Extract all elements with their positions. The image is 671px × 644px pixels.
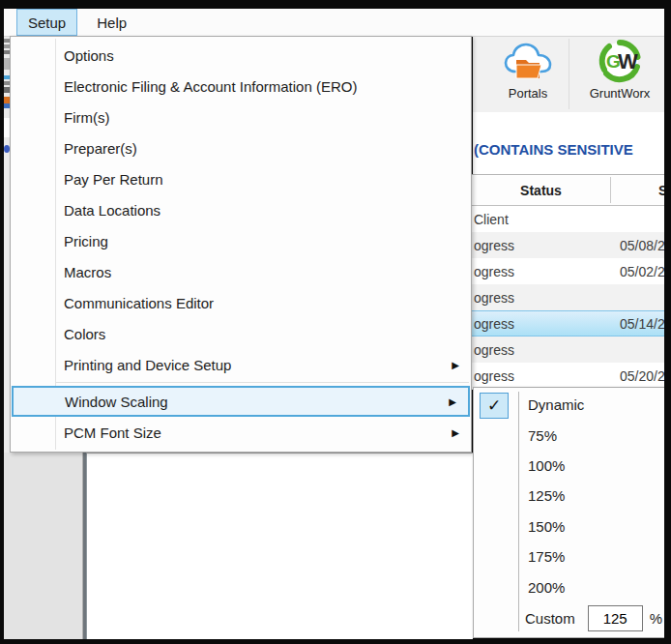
menu-item-colors[interactable]: Colors [11,318,471,349]
table-row[interactable]: ogress05/08/2 [472,232,664,258]
submenu-item-150[interactable]: 150% [474,512,665,542]
table-row[interactable]: ogress05/14/2 [472,310,664,337]
row-status-cell: ogress [472,342,514,358]
menu-item-pcm-font-size[interactable]: PCM Font Size▶ [11,417,471,448]
menu-item-label: Macros [64,264,111,280]
menu-setup[interactable]: Setup [16,9,77,36]
portals-label: Portals [509,86,547,101]
menu-item-label: Options [64,47,114,64]
row-date-cell: 05/02/2 [620,264,664,279]
menu-item-electronic-filing-account-information-ero[interactable]: Electronic Filing & Account Information … [11,71,471,102]
portals-button[interactable]: Portals [487,38,569,109]
menu-item-firm-s[interactable]: Firm(s) [11,102,471,132]
setup-dropdown-menu: OptionsElectronic Filing & Account Infor… [10,36,472,453]
table-row[interactable]: ogress05/20/2 [472,363,664,389]
menu-item-communications-editor[interactable]: Communications Editor [11,287,471,318]
menu-item-preparer-s[interactable]: Preparer(s) [11,132,471,163]
row-date-cell: 05/14/2 [620,316,664,332]
sensitive-data-title: (CONTAINS SENSITIVE [474,141,633,158]
menu-item-label: Firm(s) [64,109,109,126]
app-window: Portals G W GruntWorx (CONTAINS SENSITIV… [0,0,671,644]
table-row[interactable]: Client [472,206,664,232]
table-body: Clientogress05/08/2ogress05/02/2ogressog… [472,206,664,389]
svg-text:W: W [618,49,638,73]
row-status-cell: ogress [472,316,514,332]
row-status-cell: Client [472,212,509,227]
menu-bar: Setup Help [4,9,664,37]
check-icon: ✓ [480,393,509,419]
menu-item-label: Data Locations [64,202,160,219]
column-divider [610,177,611,203]
menu-item-label: Electronic Filing & Account Information … [64,78,357,95]
window-scaling-submenu: ✓ Dynamic75%100%125%150%175%200% Custom … [473,387,666,638]
main-toolbar: Portals G W GruntWorx [473,36,664,113]
menu-item-pricing[interactable]: Pricing [11,225,471,256]
submenu-arrow-icon: ▶ [449,396,456,407]
submenu-item-100[interactable]: 100% [474,451,665,481]
table-row[interactable]: ogress05/02/2 [472,258,664,284]
second-column-header[interactable]: S [658,175,664,205]
row-status-cell: ogress [472,264,514,279]
menu-item-data-locations[interactable]: Data Locations [11,194,471,225]
menu-item-label: Printing and Device Setup [64,357,231,373]
menu-item-label: Window Scaling [65,394,168,410]
table-row[interactable]: ogress [472,284,664,310]
submenu-item-125[interactable]: 125% [474,481,665,511]
row-status-cell: ogress [472,290,514,306]
table-row[interactable]: ogress [472,337,664,363]
row-status-cell: ogress [472,238,514,253]
menu-help[interactable]: Help [86,9,137,36]
submenu-item-200[interactable]: 200% [474,571,665,601]
gruntworx-logo: G W [595,38,645,84]
custom-label: Custom [525,610,575,627]
submenu-item-175[interactable]: 175% [474,542,665,571]
row-date-cell: 05/08/2 [620,238,664,253]
menu-item-label: PCM Font Size [64,424,161,441]
row-date-cell: 05/20/2 [620,368,664,384]
menu-item-options[interactable]: Options [11,40,471,71]
submenu-item-75[interactable]: 75% [474,420,665,450]
submenu-gutter-line [518,392,519,631]
gruntworx-label: GruntWorx [590,86,651,101]
row-status-cell: ogress [472,368,514,384]
content-title-band: (CONTAINS SENSITIVE [473,112,664,174]
submenu-arrow-icon: ▶ [452,427,459,438]
table-header-row: Status S [472,175,664,206]
menu-item-window-scaling[interactable]: Window Scaling▶ [12,386,470,417]
percent-sign: % [650,610,662,627]
client-status-table: Status S Clientogress05/08/2ogress05/02/… [472,174,664,390]
cloud-folder-icon [503,38,553,84]
submenu-arrow-icon: ▶ [452,360,459,370]
menu-item-label: Pay Per Return [64,171,163,188]
menu-item-macros[interactable]: Macros [11,256,471,287]
menu-item-label: Preparer(s) [64,140,137,157]
menu-item-printing-and-device-setup[interactable]: Printing and Device Setup▶ [11,349,471,380]
menu-item-label: Pricing [64,233,108,249]
custom-scale-input[interactable] [588,605,643,631]
submenu-item-custom[interactable]: Custom % [474,602,665,635]
left-panel [4,453,82,639]
menu-item-label: Communications Editor [64,295,214,311]
status-column-header[interactable]: Status [472,175,610,205]
content-panel [86,453,473,640]
gruntworx-button[interactable]: G W GruntWorx [576,38,663,109]
menu-item-label: Colors [64,326,105,342]
menu-item-pay-per-return[interactable]: Pay Per Return [11,163,471,194]
toolbar-separator [569,39,569,109]
